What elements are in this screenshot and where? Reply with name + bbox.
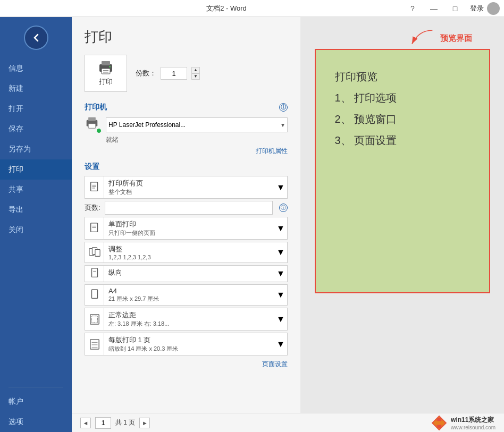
printer-icon-area (85, 116, 102, 133)
avatar (487, 2, 500, 15)
sidebar-item-open[interactable]: 打开 (0, 99, 72, 119)
svg-rect-3 (103, 70, 108, 71)
settings-arrow-collate[interactable]: ▼ (274, 242, 287, 262)
pages-input[interactable] (105, 201, 273, 215)
printer-status-dot (96, 128, 102, 133)
prev-page-button[interactable]: ◄ (80, 418, 91, 428)
pages-row: 页数: ⓘ (85, 201, 288, 215)
printer-section-label: 打印机 (85, 103, 107, 112)
settings-text-orient: 纵向 (104, 266, 274, 282)
settings-row-orient: 纵向 ▼ (85, 265, 288, 282)
settings-row-pps: 每版打印 1 页 缩放到 14 厘米 x 20.3 厘米 ▼ (85, 333, 288, 355)
svg-rect-4 (103, 72, 108, 73)
settings-icon-sides (85, 217, 104, 239)
sidebar: 信息 新建 打开 保存 另存为 打印 共享 导出 关闭 帐户 选项 (0, 17, 72, 432)
maximize-button[interactable]: □ (449, 2, 461, 15)
settings-text-sides: 单面打印 只打印一侧的页面 (104, 217, 274, 239)
sidebar-item-account[interactable]: 帐户 (0, 392, 72, 412)
preview-line-3: 3、 页面设置 (335, 130, 470, 151)
printer-name-dropdown-wrapper: HP LaserJet Professional... ▼ (106, 117, 288, 132)
print-button-label: 打印 (99, 77, 113, 87)
copies-label: 份数： (136, 69, 156, 78)
page-setup-link[interactable]: 页面设置 (85, 360, 288, 369)
settings-row-collate: 调整 1,2,3 1,2,3 1,2,3 ▼ (85, 242, 288, 263)
print-panel: 打印 打印 份数 (72, 17, 504, 413)
settings-row-pages: 打印所有页 整个文档 ▼ (85, 176, 288, 199)
pages-label: 页数: (85, 203, 100, 213)
settings-text-paper: A4 21 厘米 x 29.7 厘米 (104, 285, 274, 305)
main-container: 信息 新建 打开 保存 另存为 打印 共享 导出 关闭 帐户 选项 打印 (0, 17, 504, 432)
sidebar-item-new[interactable]: 新建 (0, 79, 72, 99)
settings-icon-paper (85, 285, 104, 305)
page-total: 共 1 页 (115, 418, 135, 427)
svg-rect-8 (88, 124, 96, 129)
minimize-button[interactable]: — (427, 2, 440, 15)
print-button[interactable]: 打印 (85, 55, 127, 92)
printer-props-link[interactable]: 打印机属性 (85, 147, 288, 156)
copies-up-button[interactable]: ▲ (191, 67, 200, 73)
settings-icon-orient (85, 266, 104, 282)
settings-arrow-orient[interactable]: ▼ (274, 266, 287, 282)
svg-rect-32 (434, 421, 444, 425)
sidebar-item-options[interactable]: 选项 (0, 412, 72, 432)
svg-rect-7 (88, 117, 96, 121)
settings-text-pps: 每版打印 1 页 缩放到 14 厘米 x 20.3 厘米 (104, 333, 274, 355)
watermark-text-area: win11系统之家 www.reisound.com (451, 416, 495, 430)
settings-text-collate: 调整 1,2,3 1,2,3 1,2,3 (104, 242, 274, 262)
settings-arrow-margins[interactable]: ▼ (274, 308, 287, 330)
svg-rect-18 (95, 250, 99, 257)
settings-icon-margins (85, 308, 104, 330)
printer-small-icon (85, 116, 99, 129)
preview-line-1: 1、 打印选项 (335, 87, 470, 108)
svg-rect-1 (102, 61, 110, 65)
sidebar-item-saveas[interactable]: 另存为 (0, 139, 72, 159)
printer-status-text: 就绪 (106, 135, 288, 145)
watermark-sub-text: www.reisound.com (451, 425, 495, 430)
sidebar-item-close[interactable]: 关闭 (0, 220, 72, 240)
svg-rect-19 (91, 268, 97, 277)
titlebar-title: 文档2 - Word (47, 4, 406, 13)
settings-text-margins: 正常边距 左: 3.18 厘米 右: 3.18... (104, 308, 274, 330)
sidebar-item-save[interactable]: 保存 (0, 119, 72, 139)
preview-annotation-label: 预览界面 (440, 33, 472, 44)
watermark-main-text: win11系统之家 (451, 416, 495, 425)
sidebar-item-share[interactable]: 共享 (0, 180, 72, 200)
settings-arrow-pages[interactable]: ▼ (274, 176, 287, 198)
sidebar-item-export[interactable]: 导出 (0, 200, 72, 220)
svg-rect-24 (90, 339, 98, 349)
svg-rect-21 (91, 290, 97, 299)
login-label: 登录 (470, 4, 484, 13)
settings-arrow-paper[interactable]: ▼ (274, 285, 287, 305)
settings-icon-pages (85, 176, 104, 198)
help-button[interactable]: ? (406, 2, 419, 15)
content-area: 打印 打印 份数 (72, 17, 504, 432)
sidebar-item-print[interactable]: 打印 (0, 159, 72, 180)
settings-arrow-pps[interactable]: ▼ (274, 333, 287, 355)
copies-input[interactable] (161, 67, 187, 80)
printer-select-row: HP LaserJet Professional... ▼ (85, 116, 288, 133)
pagination-left: ◄ 共 1 页 ► (80, 417, 150, 429)
preview-line-0: 打印预览 (335, 66, 470, 87)
preview-annotation: 预览界面 (405, 28, 472, 49)
settings-icon-pps (85, 333, 104, 355)
settings-row-paper: A4 21 厘米 x 29.7 厘米 ▼ (85, 284, 288, 306)
login-area[interactable]: 登录 (470, 2, 500, 15)
copies-spinner: ▲ ▼ (191, 67, 200, 80)
printer-info-icon[interactable]: ⓘ (279, 103, 288, 112)
back-button[interactable] (24, 26, 48, 50)
copies-down-button[interactable]: ▼ (191, 73, 200, 80)
current-page-input[interactable] (95, 417, 111, 429)
settings-section-label: 设置 (85, 162, 99, 172)
preview-line-2: 2、 预览窗口 (335, 108, 470, 130)
titlebar: 文档2 - Word ? — □ 登录 (0, 0, 504, 17)
next-page-button[interactable]: ► (139, 418, 150, 428)
pagination-bar: ◄ 共 1 页 ► win11系统之家 www.reisound.com (72, 413, 504, 432)
sidebar-item-info[interactable]: 信息 (0, 58, 72, 79)
settings-row-margins: 正常边距 左: 3.18 厘米 右: 3.18... ▼ (85, 308, 288, 331)
svg-rect-2 (102, 69, 110, 74)
settings-text-pages: 打印所有页 整个文档 (104, 176, 274, 198)
settings-arrow-sides[interactable]: ▼ (274, 217, 287, 239)
pages-info-icon[interactable]: ⓘ (279, 204, 288, 212)
printer-name-select[interactable]: HP LaserJet Professional... (106, 117, 288, 132)
svg-rect-5 (109, 66, 111, 67)
